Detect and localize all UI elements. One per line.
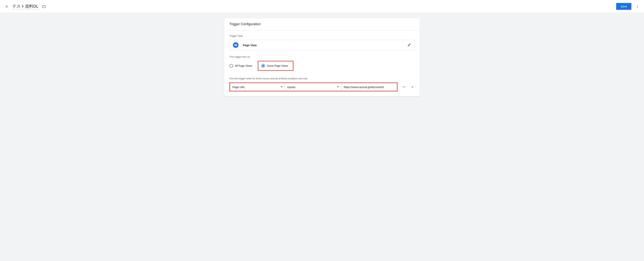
trigger-type-selector[interactable]: Page View [230,40,414,50]
condition-value-input[interactable] [341,83,397,91]
pencil-icon[interactable] [407,43,411,47]
chevron-down-icon [337,86,339,87]
save-button[interactable]: Save [616,3,632,10]
trigger-config-card: Trigger Configuration Trigger Type Page … [224,18,420,96]
radio-label: Some Page Views [267,64,288,67]
fires-on-label: This trigger fires on [230,55,414,58]
highlight-annotation: Page URL equals [230,82,398,91]
overflow-menu-button[interactable] [633,2,642,11]
trigger-type-label: Trigger Type [230,34,414,37]
radio-some-page-views[interactable]: Some Page Views [261,63,290,69]
plus-icon [411,85,414,88]
remove-condition-button[interactable] [401,84,406,89]
add-condition-button[interactable] [410,84,415,89]
condition-row: Page URL equals [230,82,414,91]
radio-all-page-views[interactable]: All Page Views [230,63,254,69]
main-area: Trigger Configuration Trigger Type Page … [0,13,644,101]
close-button[interactable] [2,2,11,11]
pageview-icon [233,42,238,48]
conditions-label: Fire this trigger when an Event occurs a… [230,77,414,80]
folder-icon[interactable] [42,4,46,8]
trigger-type-name: Page View [243,43,257,47]
trigger-name-input[interactable] [12,3,40,10]
fires-on-radio-group: All Page Views Some Page Views [230,61,414,71]
select-value: Page URL [232,85,245,89]
chevron-down-icon [280,86,282,87]
more-vert-icon [636,5,639,8]
close-icon [5,5,8,8]
condition-operator-select[interactable]: equals [285,83,341,91]
radio-label: All Page Views [235,64,252,67]
card-title: Trigger Configuration [224,18,420,30]
highlight-annotation: Some Page Views [258,61,294,71]
select-value: equals [287,85,296,89]
header-bar: Save [0,0,644,13]
condition-variable-select[interactable]: Page URL [230,83,285,91]
